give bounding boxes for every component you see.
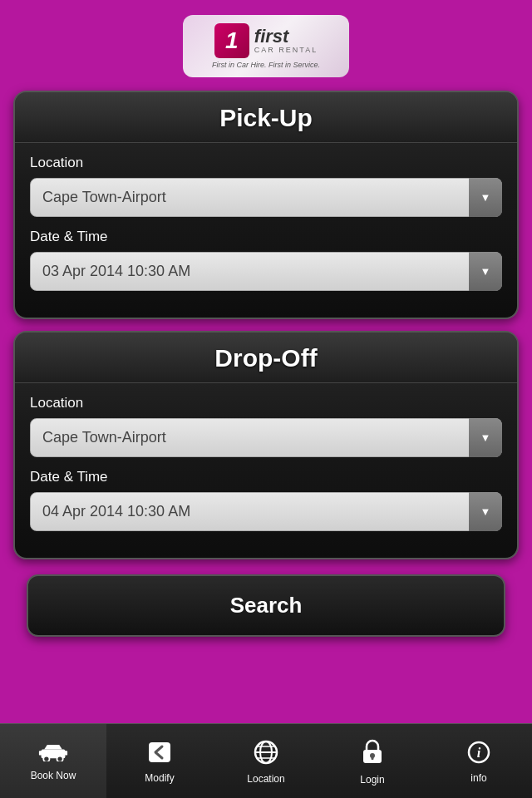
pickup-title: Pick-Up bbox=[219, 104, 313, 131]
pickup-datetime-label: Date & Time bbox=[30, 229, 502, 245]
logo-tagline: First in Car Hire. First in Service. bbox=[212, 61, 320, 69]
dropoff-card-body: Location Cape Town-Airport Date & Time 0… bbox=[15, 395, 517, 531]
tab-info-label: info bbox=[470, 772, 486, 784]
dropoff-title: Drop-Off bbox=[214, 344, 317, 372]
logo-text-group: first CAR RENTAL bbox=[254, 27, 318, 54]
svg-text:i: i bbox=[477, 746, 481, 760]
tab-location-label: Location bbox=[247, 773, 284, 785]
dropoff-card-header: Drop-Off bbox=[15, 332, 517, 383]
svg-rect-3 bbox=[39, 751, 43, 755]
pickup-datetime-wrapper[interactable]: 03 Apr 2014 10:30 AM bbox=[30, 252, 502, 291]
tab-bar: Book Now Modify Location bbox=[0, 723, 532, 798]
svg-rect-13 bbox=[372, 756, 374, 760]
dropoff-location-wrapper[interactable]: Cape Town-Airport bbox=[30, 418, 502, 457]
globe-icon bbox=[254, 740, 278, 768]
svg-point-2 bbox=[57, 756, 63, 761]
dropoff-card: Drop-Off Location Cape Town-Airport Date… bbox=[13, 331, 519, 559]
dropoff-datetime-select[interactable]: 04 Apr 2014 10:30 AM bbox=[30, 492, 502, 531]
tab-modify-label: Modify bbox=[145, 772, 174, 784]
svg-point-1 bbox=[43, 756, 49, 761]
tab-location[interactable]: Location bbox=[213, 724, 319, 798]
car-icon bbox=[38, 743, 68, 765]
tab-login-label: Login bbox=[360, 774, 384, 786]
tab-book-now[interactable]: Book Now bbox=[0, 724, 106, 798]
svg-rect-4 bbox=[64, 751, 68, 755]
logo-sub-text: CAR RENTAL bbox=[254, 46, 318, 54]
dropoff-location-select[interactable]: Cape Town-Airport bbox=[30, 418, 502, 457]
tab-modify[interactable]: Modify bbox=[106, 724, 213, 798]
dropoff-location-label: Location bbox=[30, 395, 502, 411]
back-arrow-icon bbox=[147, 741, 172, 767]
info-icon: i bbox=[467, 741, 490, 767]
pickup-datetime-select[interactable]: 03 Apr 2014 10:30 AM bbox=[30, 252, 502, 291]
pickup-location-label: Location bbox=[30, 155, 502, 171]
pickup-location-select[interactable]: Cape Town-Airport bbox=[30, 178, 502, 217]
tab-login[interactable]: Login bbox=[319, 724, 426, 798]
pickup-card-header: Pick-Up bbox=[15, 92, 517, 143]
logo-brand-text: first bbox=[254, 27, 318, 46]
logo-top: 1 first CAR RENTAL bbox=[214, 23, 318, 58]
svg-rect-5 bbox=[149, 742, 170, 762]
lock-icon bbox=[362, 739, 383, 769]
pickup-location-wrapper[interactable]: Cape Town-Airport bbox=[30, 178, 502, 217]
logo: 1 first CAR RENTAL First in Car Hire. Fi… bbox=[183, 15, 349, 77]
search-button[interactable]: Search bbox=[27, 574, 505, 637]
dropoff-datetime-wrapper[interactable]: 04 Apr 2014 10:30 AM bbox=[30, 492, 502, 531]
search-button-container: Search bbox=[13, 574, 519, 637]
main-content: Pick-Up Location Cape Town-Airport Date … bbox=[0, 91, 532, 637]
header: 1 first CAR RENTAL First in Car Hire. Fi… bbox=[0, 0, 532, 91]
tab-info[interactable]: i info bbox=[426, 724, 532, 798]
tab-book-now-label: Book Now bbox=[31, 770, 76, 781]
logo-number-badge: 1 bbox=[214, 23, 249, 58]
pickup-card-body: Location Cape Town-Airport Date & Time 0… bbox=[15, 155, 517, 291]
dropoff-datetime-label: Date & Time bbox=[30, 469, 502, 485]
pickup-card: Pick-Up Location Cape Town-Airport Date … bbox=[13, 91, 519, 319]
